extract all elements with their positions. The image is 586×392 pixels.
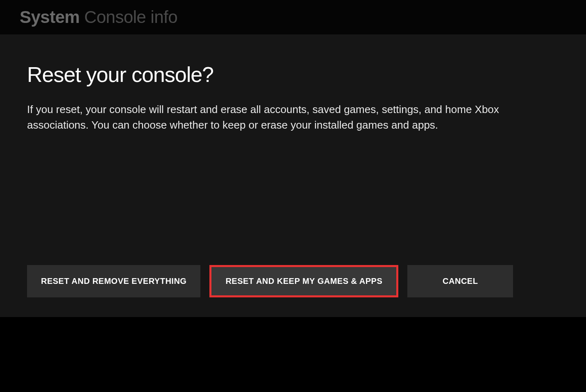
breadcrumb-page: Console info bbox=[84, 7, 177, 27]
dialog-description: If you reset, your console will restart … bbox=[27, 102, 543, 133]
footer-area bbox=[0, 317, 586, 390]
dialog-panel: Reset your console? If you reset, your c… bbox=[0, 34, 586, 317]
reset-keep-games-apps-button[interactable]: RESET AND KEEP MY GAMES & APPS bbox=[209, 265, 398, 297]
reset-remove-everything-button[interactable]: RESET AND REMOVE EVERYTHING bbox=[27, 265, 200, 297]
dialog-title: Reset your console? bbox=[27, 62, 559, 87]
cancel-button[interactable]: CANCEL bbox=[407, 265, 513, 297]
breadcrumb-section: System bbox=[20, 7, 79, 27]
breadcrumb: System Console info bbox=[20, 7, 566, 27]
header: System Console info bbox=[0, 0, 586, 34]
button-row: RESET AND REMOVE EVERYTHING RESET AND KE… bbox=[27, 265, 513, 297]
